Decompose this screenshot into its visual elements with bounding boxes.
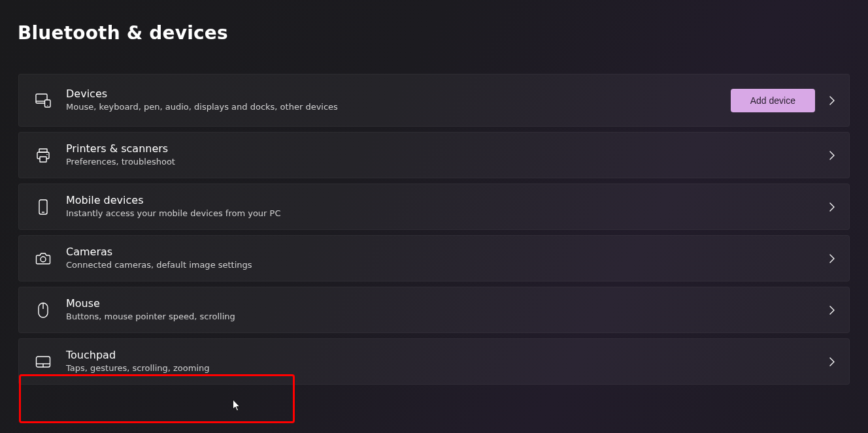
row-mouse[interactable]: Mouse Buttons, mouse pointer speed, scro… bbox=[18, 287, 850, 333]
camera-icon bbox=[35, 250, 52, 267]
svg-rect-6 bbox=[40, 157, 46, 162]
printer-icon bbox=[35, 147, 52, 164]
add-device-button[interactable]: Add device bbox=[731, 89, 815, 112]
chevron-right-icon bbox=[827, 150, 837, 161]
cursor-icon bbox=[233, 400, 241, 411]
settings-list: Devices Mouse, keyboard, pen, audio, dis… bbox=[0, 44, 868, 385]
row-text: Printers & scanners Preferences, trouble… bbox=[66, 142, 827, 168]
row-subtitle: Buttons, mouse pointer speed, scrolling bbox=[66, 312, 827, 323]
row-title: Cameras bbox=[66, 246, 827, 259]
row-subtitle: Instantly access your mobile devices fro… bbox=[66, 208, 827, 219]
row-title: Devices bbox=[66, 88, 731, 101]
row-subtitle: Taps, gestures, scrolling, zooming bbox=[66, 363, 827, 374]
chevron-right-icon bbox=[827, 357, 837, 367]
row-subtitle: Mouse, keyboard, pen, audio, displays an… bbox=[66, 102, 731, 113]
row-printers-scanners[interactable]: Printers & scanners Preferences, trouble… bbox=[18, 132, 850, 178]
devices-icon bbox=[35, 92, 52, 109]
svg-point-7 bbox=[46, 153, 48, 155]
row-touchpad[interactable]: Touchpad Taps, gestures, scrolling, zoom… bbox=[18, 338, 850, 385]
svg-point-10 bbox=[41, 257, 46, 262]
chevron-right-icon bbox=[827, 305, 837, 315]
row-text: Mobile devices Instantly access your mob… bbox=[66, 194, 827, 219]
mouse-icon bbox=[35, 302, 52, 319]
row-text: Cameras Connected cameras, default image… bbox=[66, 246, 827, 271]
row-subtitle: Preferences, troubleshoot bbox=[66, 157, 827, 168]
row-title: Mouse bbox=[66, 297, 827, 311]
chevron-right-icon bbox=[827, 202, 837, 212]
svg-point-3 bbox=[47, 105, 48, 106]
phone-icon bbox=[35, 199, 52, 216]
row-text: Mouse Buttons, mouse pointer speed, scro… bbox=[66, 297, 827, 323]
chevron-right-icon bbox=[827, 253, 837, 264]
row-cameras[interactable]: Cameras Connected cameras, default image… bbox=[18, 235, 850, 281]
row-title: Mobile devices bbox=[66, 194, 827, 208]
row-devices[interactable]: Devices Mouse, keyboard, pen, audio, dis… bbox=[18, 74, 850, 127]
row-title: Touchpad bbox=[66, 349, 827, 362]
row-text: Touchpad Taps, gestures, scrolling, zoom… bbox=[66, 349, 827, 374]
row-subtitle: Connected cameras, default image setting… bbox=[66, 260, 827, 271]
page-title: Bluetooth & devices bbox=[0, 0, 868, 44]
svg-rect-4 bbox=[39, 149, 47, 152]
touchpad-icon bbox=[35, 353, 52, 370]
row-text: Devices Mouse, keyboard, pen, audio, dis… bbox=[66, 88, 731, 113]
svg-rect-2 bbox=[45, 100, 51, 107]
row-title: Printers & scanners bbox=[66, 142, 827, 156]
chevron-right-icon bbox=[827, 95, 837, 106]
row-mobile-devices[interactable]: Mobile devices Instantly access your mob… bbox=[18, 184, 850, 230]
